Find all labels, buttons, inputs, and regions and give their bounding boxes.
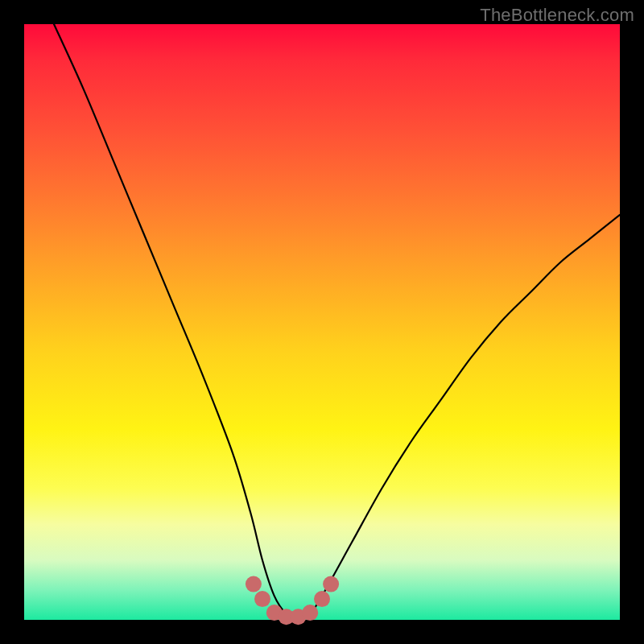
bottleneck-curve-path [54,24,620,620]
plot-area [24,24,620,620]
trough-dot [254,591,270,607]
trough-dot [314,591,330,607]
trough-dot [246,576,262,592]
bottleneck-curve-svg [24,24,620,620]
trough-dot [302,605,318,621]
watermark-text: TheBottleneck.com [480,5,634,26]
trough-dots-group [246,576,339,625]
trough-dot [323,576,339,592]
chart-container: TheBottleneck.com [0,0,644,644]
